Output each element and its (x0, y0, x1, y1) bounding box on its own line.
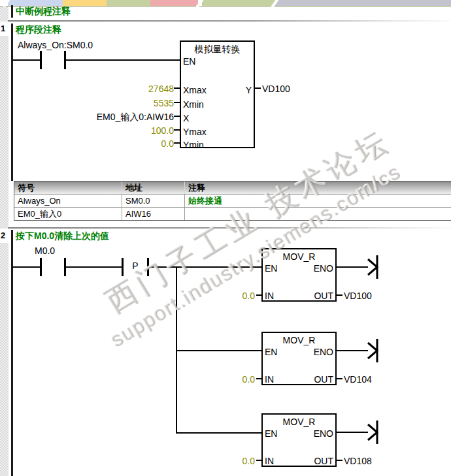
pin-in: IN (265, 456, 274, 466)
block-title: MOV_R (263, 251, 335, 262)
block-title: 模拟量转换 (181, 44, 254, 56)
network-1-comment[interactable]: 程序段注释 (16, 24, 61, 36)
edge-contact-label: P (124, 261, 147, 271)
pin-tick (174, 87, 180, 89)
contact-leg (40, 51, 42, 69)
input-value-ymin[interactable]: 0.0 (65, 138, 174, 149)
pin-tick (174, 129, 180, 131)
pin-in: IN (265, 291, 274, 301)
rung-wire (66, 266, 123, 268)
output-operand-y[interactable]: VD100 (262, 84, 290, 94)
pin-tick (256, 460, 261, 461)
output-operand[interactable]: VD104 (344, 374, 372, 385)
pin-tick (255, 87, 261, 89)
rung-wire (66, 59, 180, 61)
pin-en: EN (265, 347, 277, 357)
output-operand[interactable]: VD100 (344, 291, 372, 301)
tab-segment-gray[interactable] (275, 0, 451, 6)
pin-out: OUT (314, 374, 333, 385)
cell-symbol[interactable]: EM0_输入0 (14, 207, 122, 220)
contact-operand[interactable]: M0.0 (35, 246, 55, 256)
table-row: EM0_输入0 AIW16 (14, 207, 451, 220)
tab-segment-yellow[interactable] (63, 0, 107, 6)
section-separator (8, 20, 451, 22)
input-value-in[interactable]: 0.0 (216, 291, 255, 301)
symbol-table: 符号 地址 注释 Always_On SM0.0 始终接通 EM0_输入0 AI… (14, 181, 451, 221)
rung-wire (12, 266, 41, 268)
pin-tick (256, 378, 261, 379)
eno-wire (337, 266, 368, 268)
input-value-xmin[interactable]: 5535 (65, 98, 174, 108)
pin-in: IN (265, 374, 274, 385)
tab-segment-green[interactable] (107, 0, 150, 6)
routine-comment[interactable]: 中断例程注释 (16, 6, 71, 18)
cell-symbol[interactable]: Always_On (14, 194, 122, 207)
eno-wire (337, 432, 368, 433)
power-rail (11, 24, 13, 181)
header-address: 地址 (122, 182, 184, 194)
tab-segment-green-2[interactable] (202, 0, 275, 6)
header-symbol: 符号 (14, 182, 122, 194)
header-comment: 注释 (184, 182, 451, 194)
pin-tick (174, 116, 180, 117)
pin-en: EN (265, 428, 277, 439)
pin-y: Y (246, 85, 252, 95)
no-contact[interactable] (40, 258, 67, 276)
no-contact[interactable] (40, 51, 67, 69)
pin-eno: ENO (314, 347, 333, 357)
network-1-number: 1 (0, 22, 10, 36)
eno-wire (337, 350, 368, 351)
tab-segment-blue[interactable] (8, 0, 63, 6)
pin-tick (337, 294, 342, 296)
pin-en: EN (183, 56, 195, 67)
input-value-ymax[interactable]: 100.0 (65, 125, 174, 136)
input-value-in[interactable]: 0.0 (216, 456, 255, 466)
cell-comment[interactable]: 始终接通 (184, 194, 451, 207)
pin-tick (174, 142, 180, 144)
rung-wire (12, 59, 41, 61)
cell-address[interactable]: SM0.0 (122, 194, 184, 207)
pin-ymax: Ymax (183, 127, 207, 137)
function-block-mov-r[interactable]: MOV_R EN ENO IN OUT (261, 413, 337, 467)
branch-arrow-icon (367, 338, 381, 364)
pin-eno: ENO (314, 263, 333, 274)
network-2-number: 2 (0, 229, 10, 243)
pin-eno: ENO (314, 428, 333, 439)
branch-arrow-icon (367, 420, 381, 446)
rung-wire (149, 266, 261, 268)
pin-out: OUT (314, 456, 333, 466)
function-block-mov-r[interactable]: MOV_R EN ENO IN OUT (261, 332, 337, 385)
branch-wire (176, 350, 261, 351)
pin-tick (256, 294, 261, 296)
input-operand-x[interactable]: EM0_输入0:AIW16 (65, 112, 174, 123)
tab-segment-pink[interactable] (150, 0, 198, 6)
section-separator (8, 227, 451, 229)
network-2-comment[interactable]: 按下M0.0清除上次的值 (16, 230, 109, 242)
contact-leg (40, 258, 42, 276)
branch-arrow-icon (367, 255, 381, 281)
cell-comment[interactable] (184, 207, 451, 220)
table-row: Always_On SM0.0 始终接通 (14, 194, 451, 207)
pin-xmin: Xmin (183, 99, 204, 110)
pin-en: EN (265, 263, 277, 274)
function-block-mov-r[interactable]: MOV_R EN ENO IN OUT (261, 248, 337, 302)
pin-tick (337, 460, 342, 461)
pin-x: X (183, 113, 189, 123)
block-title: MOV_R (263, 417, 335, 427)
pin-tick (337, 378, 342, 379)
cell-address[interactable]: AIW16 (122, 207, 184, 220)
pin-ymin: Ymin (183, 140, 204, 150)
pin-xmax: Xmax (183, 85, 207, 95)
pin-out: OUT (314, 291, 333, 301)
contact-operand[interactable]: Always_On:SM0.0 (18, 40, 93, 50)
function-block-analog-convert[interactable]: 模拟量转换 EN Xmax Xmin X Ymax Ymin Y (180, 40, 255, 148)
output-operand[interactable]: VD108 (344, 456, 372, 466)
branch-wire (176, 432, 261, 434)
positive-edge-contact[interactable]: P (122, 258, 149, 276)
input-value-in[interactable]: 0.0 (216, 374, 255, 385)
symbol-table-header-row: 符号 地址 注释 (14, 182, 451, 194)
comment-marker-bar (11, 5, 13, 18)
pin-tick (174, 102, 180, 103)
block-title: MOV_R (263, 335, 335, 345)
input-value-xmax[interactable]: 27648 (65, 84, 174, 94)
